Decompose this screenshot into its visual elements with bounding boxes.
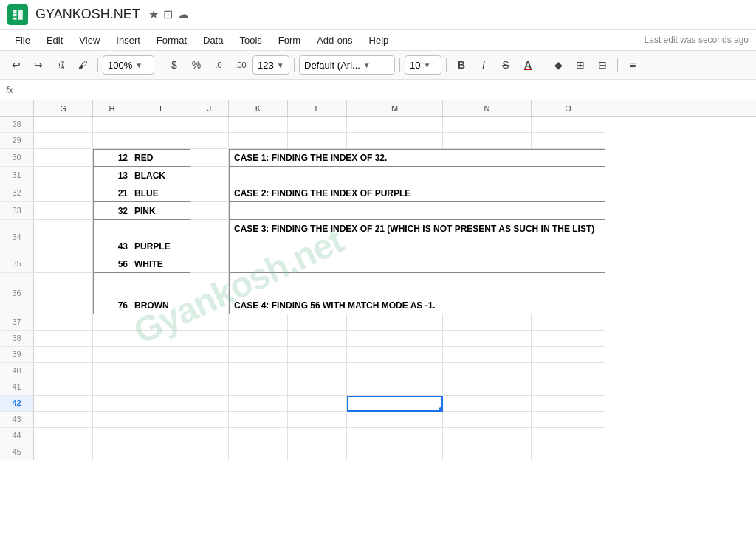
cell-J43[interactable] [190,412,229,428]
cell-J35[interactable] [190,255,229,273]
dollar-button[interactable]: $ [164,55,185,75]
cell-O37[interactable] [532,314,605,331]
cell-K36-merged[interactable]: CASE 4: FINDING 56 WITH MATCH MODE AS -1… [229,273,605,314]
cell-K41[interactable] [229,379,288,396]
menu-addons[interactable]: Add-ons [309,33,360,47]
cell-J37[interactable] [190,314,229,331]
merge-button[interactable]: ⊟ [592,55,613,75]
cell-O42[interactable] [532,396,605,412]
cell-H44[interactable] [93,428,131,444]
cell-N40[interactable] [443,363,532,379]
cell-K32-merged[interactable]: CASE 2: FINDING THE INDEX OF PURPLE [229,184,605,202]
cell-O29[interactable] [532,133,605,149]
cell-N43[interactable] [443,412,532,428]
cell-G33[interactable] [34,202,93,220]
cell-G41[interactable] [34,379,93,396]
undo-button[interactable]: ↩ [6,55,27,75]
cell-M39[interactable] [347,347,443,363]
borders-button[interactable]: ⊞ [570,55,591,75]
cell-K35-merged[interactable] [229,255,605,273]
cell-I32[interactable]: BLUE [131,184,190,202]
cell-K33-merged[interactable] [229,202,605,220]
menu-help[interactable]: Help [362,33,396,47]
decimal-dec-button[interactable]: .0 [208,55,229,75]
cell-H30[interactable]: 12 [93,149,131,167]
col-header-K[interactable]: K [229,100,288,116]
cell-M41[interactable] [347,379,443,396]
cell-H36[interactable]: 76 [93,273,131,314]
fill-color-button[interactable]: ◆ [548,55,568,75]
formula-input[interactable] [19,84,750,95]
font-select[interactable]: Default (Ari... ▼ [299,55,395,75]
cell-N37[interactable] [443,314,532,331]
cell-H39[interactable] [93,347,131,363]
cell-O38[interactable] [532,331,605,347]
cell-K38[interactable] [229,331,288,347]
cell-N44[interactable] [443,428,532,444]
drive-icon[interactable]: ⊡ [163,7,173,21]
cell-M43[interactable] [347,412,443,428]
cell-J31[interactable] [190,167,229,184]
cell-G32[interactable] [34,184,93,202]
cell-N29[interactable] [443,133,532,149]
menu-tools[interactable]: Tools [232,33,269,47]
cell-K43[interactable] [229,412,288,428]
cell-J41[interactable] [190,379,229,396]
cell-J42[interactable] [190,396,229,412]
print-button[interactable]: 🖨 [50,55,71,75]
cell-G35[interactable] [34,255,93,273]
cell-N45[interactable] [443,444,532,460]
cell-N38[interactable] [443,331,532,347]
cell-I37[interactable] [131,314,190,331]
cell-M37[interactable] [347,314,443,331]
cell-H32[interactable]: 21 [93,184,131,202]
cell-J33[interactable] [190,202,229,220]
font-size-select[interactable]: 10 ▼ [405,55,441,75]
cell-G39[interactable] [34,347,93,363]
cell-J40[interactable] [190,363,229,379]
cell-J39[interactable] [190,347,229,363]
cell-G38[interactable] [34,331,93,347]
cell-J29[interactable] [190,133,229,149]
menu-insert[interactable]: Insert [109,33,148,47]
cell-H37[interactable] [93,314,131,331]
cell-K34-merged[interactable]: CASE 3: FINDING THE INDEX OF 21 (WHICH I… [229,220,605,255]
cell-L37[interactable] [288,314,347,331]
cell-K40[interactable] [229,363,288,379]
cell-I35[interactable]: WHITE [131,255,190,273]
cell-G40[interactable] [34,363,93,379]
cell-M28[interactable] [347,117,443,133]
cell-M29[interactable] [347,133,443,149]
menu-view[interactable]: View [72,33,107,47]
menu-file[interactable]: File [7,33,38,47]
cell-O45[interactable] [532,444,605,460]
cell-H42[interactable] [93,396,131,412]
col-header-H[interactable]: H [93,100,131,116]
cell-O40[interactable] [532,363,605,379]
cell-O41[interactable] [532,379,605,396]
cell-J45[interactable] [190,444,229,460]
cell-H40[interactable] [93,363,131,379]
menu-form[interactable]: Form [271,33,308,47]
cell-N28[interactable] [443,117,532,133]
cell-I30[interactable]: RED [131,149,190,167]
cell-G44[interactable] [34,428,93,444]
cell-I42[interactable] [131,396,190,412]
cell-J28[interactable] [190,117,229,133]
cell-J30[interactable] [190,149,229,167]
cell-I39[interactable] [131,347,190,363]
cell-H28[interactable] [93,117,131,133]
cell-J38[interactable] [190,331,229,347]
align-button[interactable]: ≡ [622,55,643,75]
cell-L38[interactable] [288,331,347,347]
cell-J36[interactable] [190,273,229,314]
cell-I38[interactable] [131,331,190,347]
cell-L42[interactable] [288,396,347,412]
cell-K42[interactable] [229,396,288,412]
cell-H29[interactable] [93,133,131,149]
cell-K39[interactable] [229,347,288,363]
star-icon[interactable]: ★ [148,7,159,21]
cell-H45[interactable] [93,444,131,460]
cell-J34[interactable] [190,220,229,255]
cell-J44[interactable] [190,428,229,444]
